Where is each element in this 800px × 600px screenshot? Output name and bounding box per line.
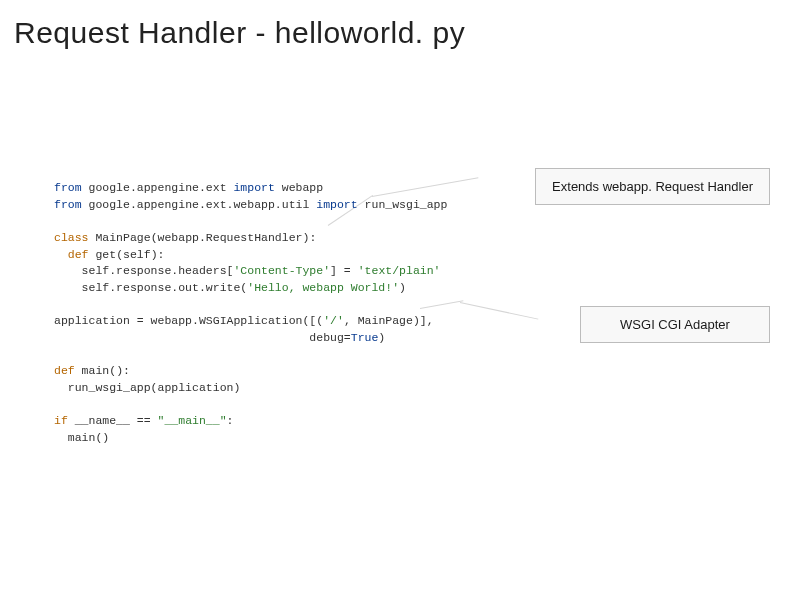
code-text: : xyxy=(123,364,130,377)
kw-class: class xyxy=(54,231,89,244)
code-text: self.response.out.write( xyxy=(54,281,247,294)
kw-from: from xyxy=(54,181,82,194)
code-text: main xyxy=(75,364,110,377)
string-literal: '/' xyxy=(323,314,344,327)
code-text: run_wsgi_app xyxy=(358,198,448,211)
code-text: ] = xyxy=(330,264,358,277)
code-text: : xyxy=(309,231,316,244)
kw-true: True xyxy=(351,331,379,344)
kw-if: if xyxy=(54,414,68,427)
code-text: MainPage xyxy=(89,231,151,244)
kw-import: import xyxy=(233,181,274,194)
string-literal: "__main__" xyxy=(158,414,227,427)
code-text: : xyxy=(158,248,165,261)
slide-content: from google.appengine.ext import webapp … xyxy=(0,50,800,590)
string-literal: 'Content-Type' xyxy=(233,264,330,277)
code-text: self.response.headers[ xyxy=(54,264,233,277)
code-text: : xyxy=(227,414,234,427)
string-literal: 'text/plain' xyxy=(358,264,441,277)
string-literal: 'Hello, webapp World!' xyxy=(247,281,399,294)
code-text: () xyxy=(109,364,123,377)
kw-def: def xyxy=(54,364,75,377)
code-text: run_wsgi_app(application) xyxy=(54,381,240,394)
code-text: get xyxy=(89,248,117,261)
code-text: debug= xyxy=(54,331,351,344)
code-text: application = webapp.WSGIApplication xyxy=(54,314,302,327)
code-text: ) xyxy=(399,281,406,294)
kw-def: def xyxy=(54,248,89,261)
code-text: google.appengine.ext.webapp.util xyxy=(82,198,317,211)
code-text: google.appengine.ext xyxy=(82,181,234,194)
code-text: __name__ == xyxy=(68,414,158,427)
code-text: (self) xyxy=(116,248,157,261)
code-text: (webapp.RequestHandler) xyxy=(151,231,310,244)
code-text: ([( xyxy=(302,314,323,327)
callout-wsgi: WSGI CGI Adapter xyxy=(580,306,770,343)
kw-from: from xyxy=(54,198,82,211)
code-text: main() xyxy=(54,431,109,444)
slide-title: Request Handler - helloworld. py xyxy=(0,0,800,50)
code-text: webapp xyxy=(275,181,323,194)
callout-extends: Extends webapp. Request Handler xyxy=(535,168,770,205)
callout-leader-line xyxy=(460,302,538,320)
code-text: , MainPage)], xyxy=(344,314,434,327)
kw-import: import xyxy=(316,198,357,211)
code-text: ) xyxy=(378,331,385,344)
code-block: from google.appengine.ext import webapp … xyxy=(54,180,447,447)
